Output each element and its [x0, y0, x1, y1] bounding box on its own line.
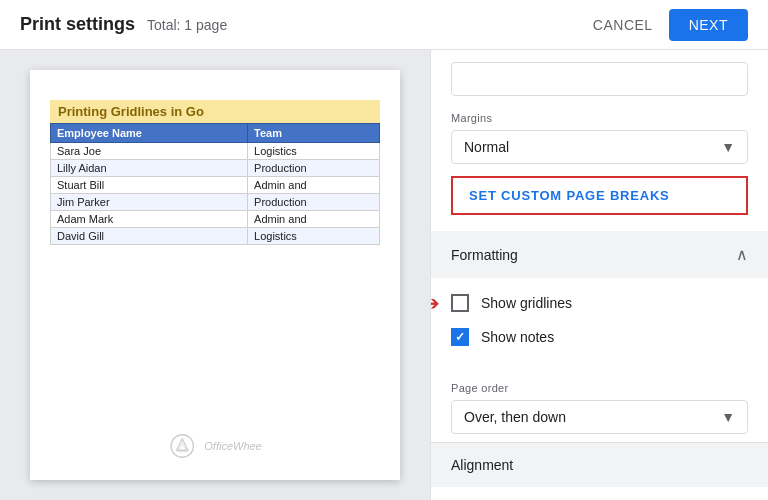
show-gridlines-checkbox[interactable] — [451, 294, 469, 312]
page-order-label: Page order — [451, 382, 748, 394]
table-cell: Production — [248, 160, 380, 177]
table-cell: Lilly Aidan — [51, 160, 248, 177]
watermark: OfficeWhee — [168, 432, 261, 460]
formatting-title: Formatting — [451, 247, 736, 263]
table-cell: Logistics — [248, 228, 380, 245]
show-notes-checkbox[interactable]: ✓ — [451, 328, 469, 346]
next-button[interactable]: NEXT — [669, 9, 748, 41]
show-notes-label: Show notes — [481, 329, 554, 345]
page-preview: Printing Gridlines in Go Employee Name T… — [30, 70, 400, 480]
main-content: Printing Gridlines in Go Employee Name T… — [0, 50, 768, 500]
margins-section: Margins Normal ▼ — [431, 104, 768, 176]
watermark-text: OfficeWhee — [204, 440, 261, 452]
top-input-field[interactable] — [451, 62, 748, 96]
margins-label: Margins — [451, 112, 748, 124]
table-row: Stuart BillAdmin and — [51, 177, 380, 194]
table-row: Lilly AidanProduction — [51, 160, 380, 177]
cancel-button[interactable]: CANCEL — [577, 9, 669, 41]
formatting-chevron-icon: ∧ — [736, 245, 748, 264]
table-row: Jim ParkerProduction — [51, 194, 380, 211]
show-gridlines-label: Show gridlines — [481, 295, 572, 311]
page-order-value: Over, then down — [464, 409, 721, 425]
spreadsheet-title: Printing Gridlines in Go — [50, 100, 380, 123]
table-cell: Admin and — [248, 177, 380, 194]
table-cell: Sara Joe — [51, 143, 248, 160]
show-gridlines-row[interactable]: ➔ Show gridlines — [451, 286, 748, 320]
table-cell: Production — [248, 194, 380, 211]
table-cell: Logistics — [248, 143, 380, 160]
page-order-dropdown[interactable]: Over, then down ▼ — [451, 400, 748, 434]
formatting-section: Formatting ∧ ➔ Show gridlines ✓ Show not… — [431, 231, 768, 370]
margins-dropdown[interactable]: Normal ▼ — [451, 130, 748, 164]
col-header-team: Team — [248, 124, 380, 143]
margins-dropdown-arrow: ▼ — [721, 139, 735, 155]
table-cell: Admin and — [248, 211, 380, 228]
formatting-content: ➔ Show gridlines ✓ Show notes — [431, 278, 768, 370]
col-header-employee: Employee Name — [51, 124, 248, 143]
top-input-area — [431, 50, 768, 104]
page-title: Print settings — [20, 14, 135, 35]
header: Print settings Total: 1 page CANCEL NEXT — [0, 0, 768, 50]
preview-area: Printing Gridlines in Go Employee Name T… — [0, 50, 430, 500]
watermark-logo — [168, 432, 196, 460]
table-cell: Jim Parker — [51, 194, 248, 211]
alignment-header[interactable]: Alignment — [431, 442, 768, 487]
svg-marker-1 — [177, 439, 188, 450]
table-cell: Adam Mark — [51, 211, 248, 228]
page-content: Printing Gridlines in Go Employee Name T… — [30, 70, 400, 265]
table-row: Adam MarkAdmin and — [51, 211, 380, 228]
settings-panel: Margins Normal ▼ SET CUSTOM PAGE BREAKS … — [430, 50, 768, 500]
alignment-title: Alignment — [451, 457, 748, 473]
check-icon: ✓ — [455, 330, 465, 344]
page-subtitle: Total: 1 page — [147, 17, 227, 33]
page-order-dropdown-arrow: ▼ — [721, 409, 735, 425]
margins-value: Normal — [464, 139, 721, 155]
page-order-section: Page order Over, then down ▼ — [431, 370, 768, 442]
alignment-section: Alignment — [431, 442, 768, 487]
table-row: Sara JoeLogistics — [51, 143, 380, 160]
table-row: David GillLogistics — [51, 228, 380, 245]
formatting-header[interactable]: Formatting ∧ — [431, 231, 768, 278]
show-notes-row[interactable]: ✓ Show notes — [451, 320, 748, 354]
table-cell: David Gill — [51, 228, 248, 245]
table-cell: Stuart Bill — [51, 177, 248, 194]
custom-breaks-button[interactable]: SET CUSTOM PAGE BREAKS — [451, 176, 748, 215]
arrow-annotation: ➔ — [430, 291, 440, 315]
spreadsheet-table: Employee Name Team Sara JoeLogisticsLill… — [50, 123, 380, 245]
